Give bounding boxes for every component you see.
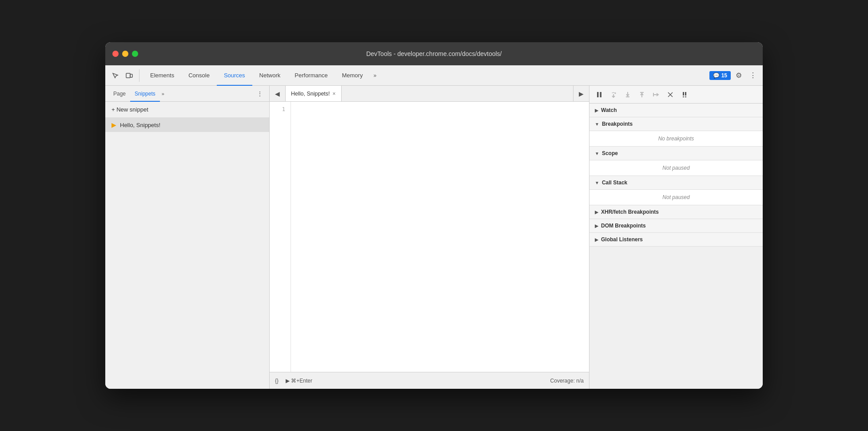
snippet-item[interactable]: ▶ Hello, Snippets! xyxy=(105,118,269,132)
call-stack-arrow-icon xyxy=(595,180,599,185)
tab-console[interactable]: Console xyxy=(181,66,217,86)
svg-rect-15 xyxy=(683,96,684,97)
deactivate-breakpoints-button[interactable] xyxy=(664,88,677,101)
breakpoints-body: No breakpoints xyxy=(589,131,763,147)
dom-arrow-icon xyxy=(595,223,598,228)
svg-rect-16 xyxy=(685,96,686,97)
global-listeners-arrow-icon xyxy=(595,237,598,242)
tabs-more-button[interactable]: » xyxy=(370,65,380,85)
format-button[interactable]: {} xyxy=(275,378,279,384)
left-tab-bar: Page Snippets » ⋮ xyxy=(105,86,269,102)
new-snippet-button[interactable]: + New snippet xyxy=(105,102,269,118)
line-numbers: 1 xyxy=(270,102,291,372)
tab-memory[interactable]: Memory xyxy=(335,66,370,86)
tab-network[interactable]: Network xyxy=(252,66,288,86)
scope-section-header[interactable]: Scope xyxy=(589,147,763,160)
line-number: 1 xyxy=(270,105,285,114)
watch-section-header[interactable]: Watch xyxy=(589,104,763,117)
call-stack-label: Call Stack xyxy=(602,180,627,186)
editor-tab-hello-snippets[interactable]: Hello, Snippets! × xyxy=(286,86,342,101)
tab-performance[interactable]: Performance xyxy=(287,66,334,86)
snippets-list: + New snippet ▶ Hello, Snippets! xyxy=(105,102,269,389)
inspector-icons xyxy=(109,69,139,82)
devtools-right-icons: 💬 15 ⚙ ⋮ xyxy=(709,69,759,82)
call-stack-body: Not paused xyxy=(589,190,763,205)
global-listeners-section-header[interactable]: Global Listeners xyxy=(589,233,763,247)
code-editor[interactable] xyxy=(291,102,589,372)
snippet-label: Hello, Snippets! xyxy=(120,122,160,128)
svg-rect-3 xyxy=(600,92,602,97)
step-into-button[interactable] xyxy=(621,88,634,101)
minimize-button[interactable] xyxy=(122,51,128,57)
devtools-window: DevTools - developer.chrome.com/docs/dev… xyxy=(105,42,763,389)
editor-footer: {} ▶ ⌘+Enter Coverage: n/a xyxy=(270,372,589,389)
breakpoints-label: Breakpoints xyxy=(602,121,633,127)
dom-label: DOM Breakpoints xyxy=(601,223,646,229)
notification-badge[interactable]: 💬 15 xyxy=(709,71,731,80)
title-bar: DevTools - developer.chrome.com/docs/dev… xyxy=(105,42,763,65)
dom-section-header[interactable]: DOM Breakpoints xyxy=(589,219,763,233)
svg-rect-2 xyxy=(597,92,599,97)
watch-label: Watch xyxy=(601,107,617,113)
left-panel-menu[interactable]: ⋮ xyxy=(254,88,266,99)
svg-rect-1 xyxy=(130,74,132,77)
sidebar-toggle-button[interactable]: ◀ xyxy=(270,86,286,102)
editor-tab-bar: ◀ Hello, Snippets! × ▶ xyxy=(270,86,589,102)
left-tabs-more[interactable]: » xyxy=(160,91,166,96)
right-panel: Watch Breakpoints No breakpoints Scope N… xyxy=(589,86,763,389)
call-stack-section-header[interactable]: Call Stack xyxy=(589,176,763,190)
main-tab-list: Elements Console Sources Network Perform… xyxy=(143,65,709,85)
scope-arrow-icon xyxy=(595,151,599,156)
devtools-body: Page Snippets » ⋮ + New snippet xyxy=(105,86,763,389)
editor-panel: ◀ Hello, Snippets! × ▶ 1 {} ▶ ⌘+Enter xyxy=(270,86,589,389)
left-panel: Page Snippets » ⋮ + New snippet xyxy=(105,86,270,389)
devtools-tab-bar: Elements Console Sources Network Perform… xyxy=(105,65,763,86)
pause-button[interactable] xyxy=(593,88,605,101)
code-area: 1 xyxy=(270,102,589,372)
svg-rect-13 xyxy=(683,92,684,96)
editor-tab-label: Hello, Snippets! xyxy=(291,91,330,97)
snippet-icon: ▶ xyxy=(111,121,116,128)
maximize-button[interactable] xyxy=(132,51,138,57)
device-toolbar-button[interactable] xyxy=(123,69,135,82)
breakpoints-section-header[interactable]: Breakpoints xyxy=(589,117,763,131)
xhr-section-header[interactable]: XHR/fetch Breakpoints xyxy=(589,205,763,219)
tab-sources[interactable]: Sources xyxy=(217,66,252,86)
pause-on-exceptions-button[interactable] xyxy=(678,88,691,101)
xhr-label: XHR/fetch Breakpoints xyxy=(601,209,659,215)
step-button[interactable] xyxy=(650,88,662,101)
breakpoints-arrow-icon xyxy=(595,122,599,127)
tab-snippets[interactable]: Snippets xyxy=(130,86,160,102)
tab-elements[interactable]: Elements xyxy=(143,66,181,86)
scope-body: Not paused xyxy=(589,160,763,176)
step-out-button[interactable] xyxy=(636,88,648,101)
scope-label: Scope xyxy=(602,150,618,156)
watch-arrow-icon xyxy=(595,108,598,113)
debugger-toolbar xyxy=(589,86,763,104)
editor-tab-close-button[interactable]: × xyxy=(333,91,336,97)
svg-rect-14 xyxy=(685,92,686,96)
global-listeners-label: Global Listeners xyxy=(601,236,643,243)
close-button[interactable] xyxy=(112,51,119,57)
settings-button[interactable]: ⚙ xyxy=(733,69,745,82)
traffic-lights xyxy=(112,51,138,57)
window-title: DevTools - developer.chrome.com/docs/dev… xyxy=(366,50,502,57)
run-command[interactable]: ▶ ⌘+Enter xyxy=(286,378,312,384)
more-options-button[interactable]: ⋮ xyxy=(747,69,759,82)
svg-rect-0 xyxy=(126,73,130,78)
tab-page[interactable]: Page xyxy=(109,86,130,102)
run-snippet-button[interactable]: ▶ xyxy=(573,86,589,102)
step-over-button[interactable] xyxy=(607,88,620,101)
inspector-button[interactable] xyxy=(109,69,121,82)
xhr-arrow-icon xyxy=(595,210,598,215)
coverage-label: Coverage: n/a xyxy=(550,378,584,384)
